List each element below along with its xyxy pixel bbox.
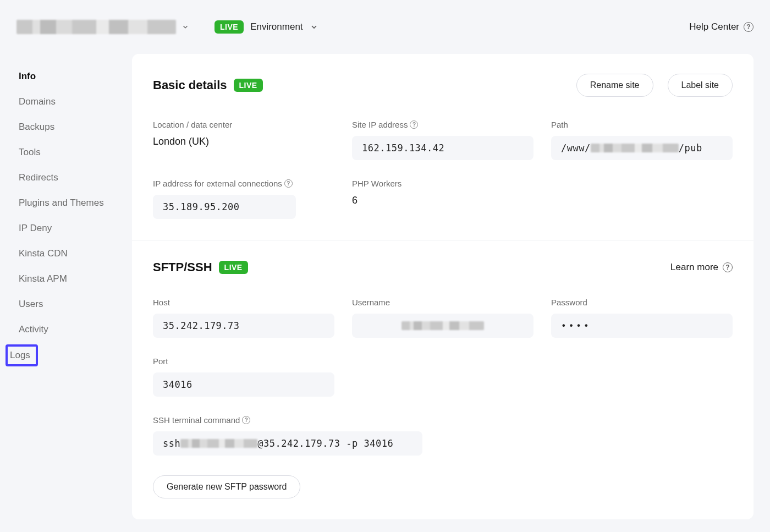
host-value[interactable]: 35.242.179.73 [153,314,334,338]
sftp-title: SFTP/SSH [153,260,212,275]
password-label: Password [551,298,733,307]
site-ip-value[interactable]: 162.159.134.42 [352,136,534,160]
help-center-link[interactable]: Help Center ? [689,21,754,32]
sidebar-item-tools[interactable]: Tools [16,140,119,165]
location-value: London (UK) [153,136,334,147]
location-label: Location / data center [153,120,334,129]
password-value[interactable]: •••• [551,314,733,338]
live-badge: LIVE [215,20,244,34]
main-content: Basic details LIVE Rename site Label sit… [132,54,754,519]
sidebar-item-redirects[interactable]: Redirects [16,165,119,190]
external-ip-field: IP address for external connections ? 35… [153,179,334,219]
path-label: Path [551,120,733,129]
path-value[interactable]: /www//pub [551,136,733,160]
learn-more-link[interactable]: Learn more ? [670,262,733,273]
sidebar: Info Domains Backups Tools Redirects Plu… [16,54,119,365]
php-workers-label: PHP Workers [352,179,534,188]
password-field: Password •••• [551,298,733,338]
generate-sftp-password-button[interactable]: Generate new SFTP password [153,475,300,498]
username-value[interactable] [352,314,534,338]
help-center-label: Help Center [689,21,739,32]
live-badge: LIVE [234,79,263,92]
path-field: Path /www//pub [551,120,733,160]
sidebar-item-logs[interactable]: Logs [7,345,37,365]
port-label: Port [153,357,334,366]
sidebar-item-users[interactable]: Users [16,292,119,317]
chevron-down-icon [182,23,189,31]
rename-site-button[interactable]: Rename site [576,74,653,97]
question-icon: ? [744,22,754,32]
sidebar-item-domains[interactable]: Domains [16,89,119,114]
sidebar-item-kinsta-cdn[interactable]: Kinsta CDN [16,241,119,266]
question-icon: ? [723,262,733,272]
question-icon[interactable]: ? [284,179,293,188]
username-redacted [402,321,484,330]
ssh-command-value[interactable]: ssh @35.242.179.73 -p 34016 [153,431,422,456]
path-redacted [591,144,679,152]
sidebar-item-kinsta-apm[interactable]: Kinsta APM [16,266,119,292]
sidebar-item-activity[interactable]: Activity [16,317,119,342]
host-label: Host [153,298,334,307]
ssh-command-field: SSH terminal command ? ssh @35.242.179.7… [153,415,534,456]
port-value[interactable]: 34016 [153,372,334,397]
username-label: Username [352,298,534,307]
chevron-down-icon [310,23,318,31]
ssh-user-redacted [180,439,257,448]
question-icon[interactable]: ? [410,120,418,129]
sidebar-item-info[interactable]: Info [16,64,119,89]
php-workers-field: PHP Workers 6 [352,179,534,219]
ssh-command-label: SSH terminal command ? [153,415,534,425]
sidebar-item-plugins-themes[interactable]: Plugins and Themes [16,190,119,216]
sftp-ssh-panel: SFTP/SSH LIVE Learn more ? Host 35.242.1… [132,240,754,519]
external-ip-value[interactable]: 35.189.95.200 [153,195,296,219]
label-site-button[interactable]: Label site [668,74,733,97]
basic-details-title: Basic details [153,78,227,92]
site-ip-field: Site IP address ? 162.159.134.42 [352,120,534,160]
sidebar-item-ip-deny[interactable]: IP Deny [16,216,119,241]
port-field: Port 34016 [153,357,334,397]
location-field: Location / data center London (UK) [153,120,334,160]
live-badge: LIVE [219,261,248,274]
top-bar: LIVE Environment Help Center ? [16,13,754,54]
environment-label: Environment [250,21,302,32]
sidebar-item-backups[interactable]: Backups [16,114,119,140]
username-field: Username [352,298,534,338]
site-selector[interactable] [16,20,204,34]
environment-selector[interactable]: LIVE Environment [215,20,318,34]
external-ip-label: IP address for external connections ? [153,179,334,188]
question-icon[interactable]: ? [242,416,250,424]
host-field: Host 35.242.179.73 [153,298,334,338]
basic-details-panel: Basic details LIVE Rename site Label sit… [132,54,754,240]
site-name-redacted [16,20,176,34]
php-workers-value: 6 [352,195,534,206]
site-ip-label: Site IP address ? [352,120,534,129]
